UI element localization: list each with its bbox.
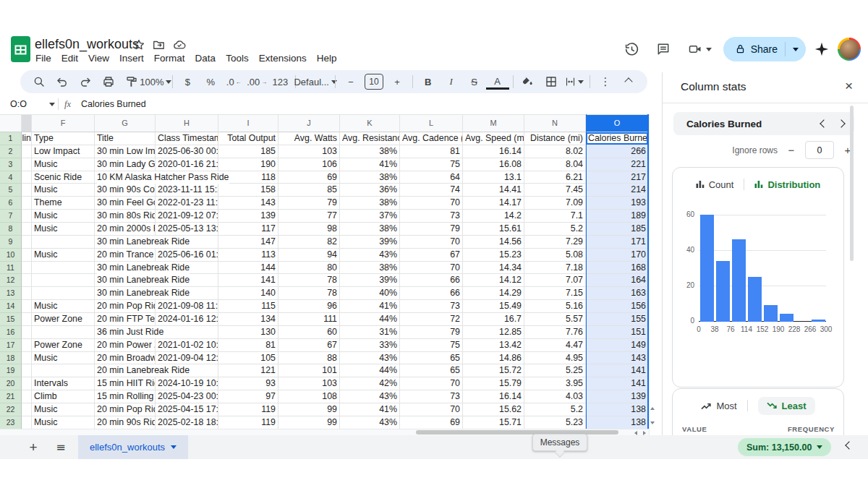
cell[interactable]: 73 [400,210,463,223]
cell[interactable]: 38% [340,223,400,236]
font-select[interactable]: Defaul... [299,72,331,91]
cell[interactable]: 44% [340,313,400,326]
cell[interactable]: 108 [278,390,340,403]
cell[interactable]: 31% [340,326,400,339]
menu-help[interactable]: Help [312,51,342,66]
cell[interactable] [22,210,32,223]
cell[interactable]: 113 [218,249,278,262]
font-size-input[interactable]: 10 [362,72,386,91]
column-header-H[interactable]: H [156,115,218,132]
cell[interactable]: 38% [340,262,400,275]
cell[interactable]: 155 [586,313,649,326]
cell[interactable]: 81 [400,145,463,158]
menu-insert[interactable]: Insert [114,51,149,66]
cell[interactable]: 64 [400,171,463,184]
cell[interactable]: 39% [340,274,400,287]
cell[interactable]: 14.41 [463,184,524,197]
cloud-saved-icon[interactable] [172,38,187,51]
cell[interactable]: 217 [586,171,649,184]
cell[interactable]: 72 [400,313,463,326]
cell[interactable]: 193 [586,197,649,210]
cell[interactable]: 7.09 [524,197,586,210]
horizontal-scrollbar-thumb[interactable] [416,430,618,435]
cell[interactable]: 14.12 [463,274,524,287]
row-header-21[interactable]: 21 [0,390,22,403]
cell[interactable]: 38% [340,171,400,184]
panel-scrollbar-thumb[interactable] [850,106,854,261]
cell[interactable]: Avg. Watts [278,132,340,145]
cell[interactable]: Theme [32,197,95,210]
cell[interactable]: Title [95,132,156,145]
all-sheets-icon[interactable]: ≡ [52,440,69,454]
cell[interactable]: Distance (mi) [524,132,586,145]
scroll-right-icon[interactable] [643,431,646,435]
vertical-scrollbar[interactable] [649,114,656,435]
cell[interactable]: 121 [218,364,278,377]
row-header-4[interactable]: 4 [0,171,22,184]
cell[interactable] [22,236,32,249]
cell[interactable]: 141 [218,274,278,287]
spreadsheet-grid[interactable]: FGHIJKLMNO1linTypeTitleClass TimestampTo… [0,114,649,429]
cell[interactable]: Intervals [32,377,95,390]
move-to-folder-icon[interactable] [152,38,166,51]
cell[interactable]: 42% [340,377,400,390]
cell[interactable]: 6.21 [524,171,586,184]
cell[interactable]: 149 [586,339,649,352]
cell[interactable] [22,274,32,287]
column-header-G[interactable]: G [95,115,156,132]
decrease-decimals-button[interactable]: .0← [222,72,245,91]
cell[interactable]: 7.45 [524,184,586,197]
cell[interactable]: Scenic Ride [32,171,95,184]
cell[interactable]: Power Zone [32,339,95,352]
cell[interactable]: 65 [400,364,463,377]
row-header-16[interactable]: 16 [0,326,22,339]
cell[interactable]: 36% [340,184,400,197]
cell[interactable]: 10 KM Alaska Hatcher Pass Ride [95,171,156,184]
more-toolbar-options[interactable]: ⋮ [594,72,617,91]
cell[interactable]: 143 [218,197,278,210]
cell[interactable]: 30 min Lanebreak Ride [95,287,156,300]
cell[interactable]: 78 [278,287,340,300]
cell[interactable]: 12.85 [463,326,524,339]
cell[interactable]: 30 min Low Impa [95,145,156,158]
cell[interactable]: 158 [218,184,278,197]
menu-view[interactable]: View [83,51,114,66]
cell[interactable]: 189 [586,210,649,223]
cell[interactable]: 20 min Lanebreak Ride [95,364,156,377]
cell[interactable] [22,184,32,197]
cell[interactable]: 85 [278,184,340,197]
cell[interactable]: 7.1 [524,210,586,223]
cell[interactable]: 15.49 [463,300,524,313]
italic-button[interactable]: I [440,72,463,91]
cell[interactable]: 15.62 [463,403,524,416]
cell[interactable]: Music [32,249,95,262]
cell[interactable]: 69 [400,416,463,429]
cell[interactable]: 2021-01-02 10:0 [156,339,218,352]
sum-summary-button[interactable]: Sum: 13,150.00 [738,438,831,456]
row-header-17[interactable]: 17 [0,339,22,352]
cell[interactable]: 75 [400,158,463,171]
cell[interactable]: 138 [586,416,649,429]
cell[interactable]: 2025-06-16 01:2 [156,249,218,262]
zoom-select[interactable]: 100% [143,72,169,91]
cell[interactable]: 14.29 [463,287,524,300]
cell[interactable]: 190 [218,158,278,171]
row-header-20[interactable]: 20 [0,377,22,390]
cell[interactable]: 164 [586,274,649,287]
cell[interactable]: Music [32,403,95,416]
cell[interactable]: 39% [340,236,400,249]
merge-cells-button[interactable] [563,72,586,91]
cell[interactable]: 70 [400,236,463,249]
cell[interactable]: 101 [278,364,340,377]
cell[interactable] [22,262,32,275]
cell[interactable]: Avg. Cadence (RPM) [400,132,463,145]
cell[interactable]: 103 [278,145,340,158]
cell[interactable]: 43% [340,390,400,403]
cell[interactable]: 5.16 [524,300,586,313]
cell[interactable]: 111 [278,313,340,326]
cell[interactable]: 41% [340,300,400,313]
cell[interactable]: 2025-04-15 17:2 [156,403,218,416]
cell[interactable] [22,313,32,326]
cell[interactable]: Avg. Speed (mph) [463,132,524,145]
cell[interactable]: 14.17 [463,197,524,210]
